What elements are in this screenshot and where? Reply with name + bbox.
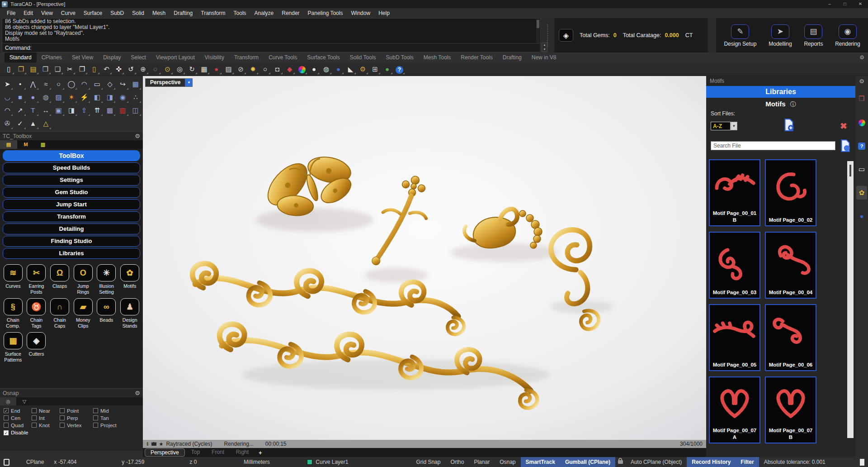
osnap-option[interactable]: Perp bbox=[60, 415, 93, 421]
osnap-checkbox[interactable] bbox=[32, 415, 37, 420]
motif-card[interactable]: Motif Page_00_02 bbox=[765, 159, 816, 226]
gear-icon[interactable]: ⚙ bbox=[856, 52, 868, 62]
curves[interactable]: ≋ Curves bbox=[1, 264, 25, 295]
toolbox-section-button[interactable]: Detailing bbox=[3, 224, 140, 234]
kit-tab[interactable]: ▥ bbox=[34, 140, 52, 149]
panel-toggle-icon[interactable] bbox=[860, 459, 864, 466]
motifs-panel-icon[interactable]: ✿ bbox=[856, 186, 867, 200]
ellipse-tool-icon[interactable]: ◯ bbox=[65, 77, 78, 91]
undo-icon[interactable]: ↶ bbox=[101, 64, 112, 75]
command-prompt[interactable]: Command: bbox=[2, 43, 540, 52]
boolean-union-tool-icon[interactable]: ◉ bbox=[116, 91, 129, 104]
illusion-setting[interactable]: ✳ Illusion Setting bbox=[95, 264, 118, 295]
rendering-button[interactable]: ◉ Rendering bbox=[835, 24, 860, 47]
osnap-option[interactable]: Tan bbox=[93, 415, 132, 421]
chain-comp[interactable]: § Chain Comp. bbox=[1, 298, 25, 329]
libraries-header[interactable]: Libraries bbox=[706, 86, 855, 98]
toolbox-tab[interactable]: ▤ bbox=[0, 140, 17, 149]
arc-tool-icon[interactable]: ◠ bbox=[78, 77, 90, 91]
green-sphere-icon[interactable]: ● bbox=[382, 64, 393, 75]
osnap-option[interactable]: Cen bbox=[4, 415, 32, 421]
lock-icon[interactable]: ◘ bbox=[272, 64, 283, 75]
pyramid-tool-icon[interactable]: △ bbox=[39, 117, 52, 130]
display-panel-icon[interactable]: ▭ bbox=[856, 162, 867, 176]
close-button[interactable]: ✕ bbox=[853, 0, 868, 8]
viewport-tab[interactable]: Front bbox=[206, 448, 230, 457]
chain-tags[interactable]: ♉ Chain Tags bbox=[25, 298, 48, 329]
help-icon[interactable]: ? bbox=[856, 139, 867, 152]
osnap-tab[interactable]: ◎ bbox=[0, 397, 16, 405]
redo-view-icon[interactable]: ↻ bbox=[186, 64, 198, 75]
menu-item[interactable]: File bbox=[3, 9, 19, 17]
torus-tool-icon[interactable]: ◍ bbox=[39, 91, 52, 104]
status-bar-item[interactable]: x -57.404 bbox=[49, 457, 117, 467]
command-history-panel[interactable]: 86 SubDs added to selection.86 objects c… bbox=[2, 18, 541, 52]
menu-item[interactable]: Drafting bbox=[170, 9, 197, 17]
ribbon-tab[interactable]: Display bbox=[98, 52, 126, 62]
viewport-canvas[interactable]: Perspective ▼ bbox=[143, 76, 706, 440]
osnap-checkbox[interactable] bbox=[32, 423, 37, 428]
info-icon[interactable]: ⓘ bbox=[790, 101, 796, 108]
shield-icon[interactable]: ◆ bbox=[284, 64, 295, 75]
pause-icon[interactable]: ‖ bbox=[146, 441, 149, 447]
osnap-checkbox[interactable] bbox=[4, 408, 9, 413]
maximize-button[interactable]: □ bbox=[837, 0, 853, 8]
toolbox-section-button[interactable]: Gem Studio bbox=[3, 187, 140, 198]
print-icon[interactable]: ❒ bbox=[40, 64, 51, 75]
osnap-checkbox[interactable] bbox=[60, 415, 65, 420]
white-sphere-icon[interactable]: ● bbox=[308, 64, 320, 75]
menu-item[interactable]: Solid bbox=[128, 9, 148, 17]
osnap-checkbox[interactable] bbox=[60, 423, 65, 428]
motif-card[interactable]: Motif Page_00_01 B bbox=[709, 159, 760, 226]
box-tool-icon[interactable]: ■ bbox=[14, 91, 26, 104]
menu-item[interactable]: Tools bbox=[230, 9, 250, 17]
chain-caps[interactable]: ∩ Chain Caps bbox=[48, 298, 71, 329]
menu-item[interactable]: Transform bbox=[197, 9, 229, 17]
command-spinner[interactable]: ▲▼ bbox=[542, 43, 547, 52]
select-tool-icon[interactable]: ➤ bbox=[1, 77, 14, 91]
ribbon-tab[interactable]: Select bbox=[126, 52, 151, 62]
array-tool-icon[interactable]: ⇈ bbox=[91, 104, 104, 117]
render-icon[interactable]: ● bbox=[211, 64, 222, 75]
surface-patterns[interactable]: ▦ Surface Patterns bbox=[1, 332, 25, 362]
ribbon-tab[interactable]: Drafting bbox=[498, 52, 527, 62]
search-input[interactable] bbox=[711, 141, 835, 150]
surface-grid-tool-icon[interactable]: ▨ bbox=[52, 91, 65, 104]
gear-icon[interactable]: ⚙ bbox=[135, 133, 140, 139]
ribbon-tab[interactable]: CPlanes bbox=[37, 52, 67, 62]
cone-icon[interactable]: ◣ bbox=[345, 64, 356, 75]
sphere-tool-icon[interactable]: ● bbox=[27, 91, 39, 104]
menu-item[interactable]: Paneling Tools bbox=[304, 9, 347, 17]
gear-icon[interactable]: ⚙ bbox=[859, 78, 864, 85]
filter-tab[interactable]: ▽ bbox=[16, 397, 33, 405]
circle-tool-icon[interactable]: ○ bbox=[52, 77, 65, 91]
point-light-icon[interactable]: ✹ bbox=[247, 64, 259, 75]
render-settings-icon[interactable]: ▨ bbox=[223, 64, 234, 75]
status-bar-item[interactable]: Auto CPlane (Object) bbox=[626, 457, 687, 467]
osnap-checkbox[interactable] bbox=[93, 415, 98, 420]
fillet-curve-tool-icon[interactable]: ↪ bbox=[116, 77, 129, 91]
ribbon-tab[interactable]: New in V8 bbox=[527, 52, 561, 62]
sort-dropdown[interactable]: A-Z ▼ bbox=[711, 122, 737, 130]
color-wheel-icon[interactable] bbox=[296, 64, 307, 75]
rotate-view-icon[interactable]: ↺ bbox=[125, 64, 137, 75]
rectangle-tool-icon[interactable]: ▭ bbox=[91, 77, 104, 91]
clasps[interactable]: Ω Clasps bbox=[48, 264, 71, 295]
zoom-selected-icon[interactable]: ⊙ bbox=[162, 64, 173, 75]
viewport-tab[interactable]: Top bbox=[186, 448, 205, 457]
toolbox-section-button[interactable]: Transform bbox=[3, 211, 140, 222]
status-bar-item[interactable]: SmartTrack bbox=[521, 457, 560, 467]
motif-card[interactable]: Motif Page_00_07 B bbox=[765, 376, 816, 443]
viewport-layout-icon[interactable]: ▦ bbox=[198, 64, 210, 75]
blue-sphere-icon[interactable]: ● bbox=[333, 64, 344, 75]
open-file-icon[interactable]: ❐ bbox=[15, 64, 27, 75]
ribbon-tab[interactable]: Mesh Tools bbox=[419, 52, 456, 62]
motifs[interactable]: ✿ Motifs bbox=[118, 264, 142, 295]
status-bar-item[interactable]: z 0 bbox=[184, 457, 239, 467]
osnap-checkbox[interactable] bbox=[32, 408, 37, 413]
wire-sphere-icon[interactable]: ◍ bbox=[321, 64, 332, 75]
osnap-disable-option[interactable]: Disable bbox=[0, 429, 143, 435]
status-bar-item[interactable]: Osnap bbox=[495, 457, 520, 467]
ribbon-tab[interactable]: Curve Tools bbox=[264, 52, 302, 62]
gear-icon[interactable]: ⚙ bbox=[357, 64, 368, 75]
